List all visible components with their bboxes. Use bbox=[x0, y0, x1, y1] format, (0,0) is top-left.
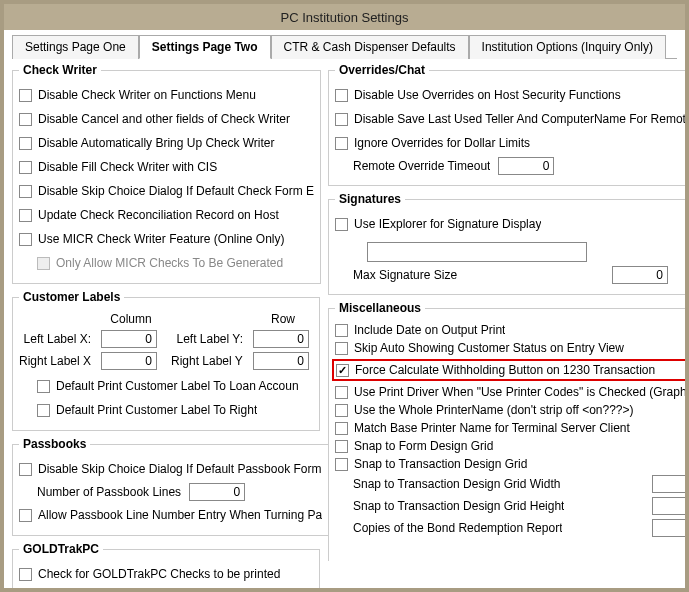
misc-num-label-0: Snap to Transaction Design Grid Width bbox=[353, 477, 560, 491]
remote-timeout-input[interactable] bbox=[498, 157, 554, 175]
overrides-legend: Overrides/Chat bbox=[335, 63, 429, 77]
cb-misc-5[interactable] bbox=[335, 422, 348, 435]
goldtrak-group: GOLDTrakPC Check for GOLDTrakPC Checks t… bbox=[12, 542, 320, 592]
cb-update-reconciliation[interactable] bbox=[19, 209, 32, 222]
cb-disable-fill-cis[interactable] bbox=[19, 161, 32, 174]
overrides-group: Overrides/Chat Disable Use Overrides on … bbox=[328, 63, 689, 186]
right-label-x-lbl: Right Label X: bbox=[19, 354, 91, 368]
signatures-legend: Signatures bbox=[335, 192, 405, 206]
misc-num-row-1: Snap to Transaction Design Grid Height bbox=[353, 497, 689, 515]
right-column: Overrides/Chat Disable Use Overrides on … bbox=[328, 63, 689, 592]
misc-num-input-2[interactable] bbox=[652, 519, 689, 537]
cb-misc-3[interactable] bbox=[335, 386, 348, 399]
cb-disable-overrides-host[interactable] bbox=[335, 89, 348, 102]
cb-only-micr bbox=[37, 257, 50, 270]
cb-misc-1[interactable] bbox=[335, 342, 348, 355]
passbook-lines-lbl: Number of Passbook Lines bbox=[37, 485, 181, 499]
misc-label-4: Use the Whole PrinterName (don't strip o… bbox=[354, 403, 634, 417]
window-title: PC Institution Settings bbox=[281, 10, 409, 25]
cb-use-micr[interactable] bbox=[19, 233, 32, 246]
misc-label-0: Include Date on Output Print bbox=[354, 323, 505, 337]
passbooks-group: Passbooks Disable Skip Choice Dialog If … bbox=[12, 437, 329, 536]
misc-num-label-1: Snap to Transaction Design Grid Height bbox=[353, 499, 564, 513]
signatures-group: Signatures Use IExplorer for Signature D… bbox=[328, 192, 689, 295]
cb-allow-passbook-line-entry[interactable] bbox=[19, 509, 32, 522]
misc-row-2: Force Calculate Withholding Button on 12… bbox=[332, 359, 689, 381]
cb-disable-cw-menu[interactable] bbox=[19, 89, 32, 102]
check-writer-legend: Check Writer bbox=[19, 63, 101, 77]
cb-default-print-right[interactable] bbox=[37, 404, 50, 417]
cb-misc-6[interactable] bbox=[335, 440, 348, 453]
max-sig-size-input[interactable] bbox=[612, 266, 668, 284]
tab-page-one[interactable]: Settings Page One bbox=[12, 35, 139, 59]
misc-label-3: Use Print Driver When "Use Printer Codes… bbox=[354, 385, 689, 399]
passbook-lines-input[interactable] bbox=[189, 483, 245, 501]
tab-ctr-cash[interactable]: CTR & Cash Dispenser Defaults bbox=[271, 35, 469, 59]
cb-disable-cancel-fields[interactable] bbox=[19, 113, 32, 126]
misc-num-row-0: Snap to Transaction Design Grid Width bbox=[353, 475, 689, 493]
misc-row-6: Snap to Form Design Grid bbox=[335, 439, 689, 453]
cb-disable-save-last-teller[interactable] bbox=[335, 113, 348, 126]
misc-num-row-2: Copies of the Bond Redemption Report bbox=[353, 519, 689, 537]
content-area: Check Writer Disable Check Writer on Fun… bbox=[4, 59, 685, 592]
cb-disable-skip-passbook[interactable] bbox=[19, 463, 32, 476]
right-label-y-lbl: Right Label Y: bbox=[171, 354, 243, 368]
check-writer-group: Check Writer Disable Check Writer on Fun… bbox=[12, 63, 321, 284]
cb-misc-0[interactable] bbox=[335, 324, 348, 337]
misc-label-6: Snap to Form Design Grid bbox=[354, 439, 493, 453]
cb-misc-4[interactable] bbox=[335, 404, 348, 417]
misc-label-5: Match Base Printer Name for Terminal Ser… bbox=[354, 421, 630, 435]
tab-page-two[interactable]: Settings Page Two bbox=[139, 35, 271, 59]
misc-group: Miscellaneous Include Date on Output Pri… bbox=[328, 301, 689, 561]
misc-label-7: Snap to Transaction Design Grid bbox=[354, 457, 527, 471]
cb-misc-7[interactable] bbox=[335, 458, 348, 471]
signature-path-input[interactable] bbox=[367, 242, 587, 262]
goldtrak-legend: GOLDTrakPC bbox=[19, 542, 103, 556]
cb-ignore-overrides-dollar[interactable] bbox=[335, 137, 348, 150]
passbooks-legend: Passbooks bbox=[19, 437, 90, 451]
cb-use-iexplorer-sig[interactable] bbox=[335, 218, 348, 231]
misc-num-input-0[interactable] bbox=[652, 475, 689, 493]
cb-default-print-loan[interactable] bbox=[37, 380, 50, 393]
left-column: Check Writer Disable Check Writer on Fun… bbox=[12, 63, 320, 592]
cb-disable-skip-choice-check[interactable] bbox=[19, 185, 32, 198]
left-label-x-lbl: Left Label X: bbox=[19, 332, 91, 346]
left-label-y-lbl: Left Label Y: bbox=[171, 332, 243, 346]
right-label-y-input[interactable] bbox=[253, 352, 309, 370]
tab-strip: Settings Page One Settings Page Two CTR … bbox=[12, 34, 677, 59]
misc-label-1: Skip Auto Showing Customer Status on Ent… bbox=[354, 341, 624, 355]
misc-row-1: Skip Auto Showing Customer Status on Ent… bbox=[335, 341, 689, 355]
cb-disable-auto-bring-up[interactable] bbox=[19, 137, 32, 150]
misc-row-0: Include Date on Output Print bbox=[335, 323, 689, 337]
misc-label-2: Force Calculate Withholding Button on 12… bbox=[355, 363, 655, 377]
window-title-bar: PC Institution Settings bbox=[4, 4, 685, 30]
customer-labels-legend: Customer Labels bbox=[19, 290, 124, 304]
remote-timeout-lbl: Remote Override Timeout bbox=[353, 159, 490, 173]
right-label-x-input[interactable] bbox=[101, 352, 157, 370]
misc-legend: Miscellaneous bbox=[335, 301, 425, 315]
customer-labels-group: Customer Labels Column Row Left Label X:… bbox=[12, 290, 320, 431]
cb-misc-2[interactable] bbox=[336, 364, 349, 377]
cb-check-goldtrak[interactable] bbox=[19, 568, 32, 581]
left-label-x-input[interactable] bbox=[101, 330, 157, 348]
misc-row-5: Match Base Printer Name for Terminal Ser… bbox=[335, 421, 689, 435]
misc-row-7: Snap to Transaction Design Grid bbox=[335, 457, 689, 471]
misc-num-label-2: Copies of the Bond Redemption Report bbox=[353, 521, 562, 535]
misc-row-4: Use the Whole PrinterName (don't strip o… bbox=[335, 403, 689, 417]
misc-row-3: Use Print Driver When "Use Printer Codes… bbox=[335, 385, 689, 399]
row-header: Row bbox=[253, 312, 313, 326]
max-sig-size-lbl: Max Signature Size bbox=[353, 268, 457, 282]
left-label-y-input[interactable] bbox=[253, 330, 309, 348]
tab-institution-options[interactable]: Institution Options (Inquiry Only) bbox=[469, 35, 666, 59]
misc-num-input-1[interactable] bbox=[652, 497, 689, 515]
column-header: Column bbox=[101, 312, 161, 326]
